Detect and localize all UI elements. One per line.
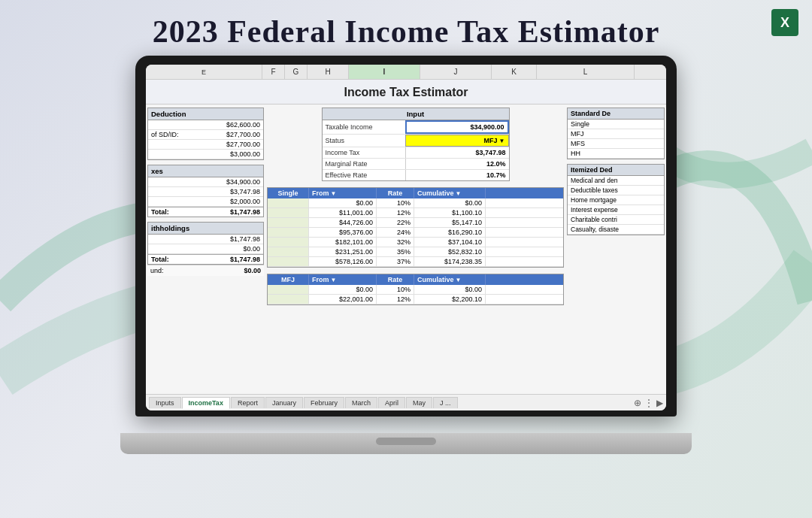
mfj-label: MFJ (268, 274, 309, 285)
tab-scroll-right[interactable]: ▶ (656, 398, 663, 408)
std-single: Single (568, 120, 664, 129)
single-cumulative-header: Cumulative ▼ (414, 188, 486, 198)
tab-report[interactable]: Report (231, 397, 265, 408)
tab-incometax[interactable]: IncomeTax (182, 397, 230, 409)
col-header-k: K (492, 65, 537, 79)
input-row-taxable: Taxable Income $34,900.00 (323, 120, 509, 135)
itemized-row-0: Medical and den (568, 176, 664, 186)
tab-april[interactable]: April (378, 397, 405, 408)
tab-bar: Inputs IncomeTax Report January February… (146, 394, 666, 410)
input-section-wrapper: Input Taxable Income $34,900.00 Status M… (267, 108, 564, 184)
single-from-header: From ▼ (309, 188, 377, 198)
status-value: MFJ (484, 137, 498, 144)
mfj-table-header: MFJ From ▼ Rate Cumulative ▼ (268, 274, 563, 285)
excel-icon: X (771, 9, 798, 36)
itemized-row-4: Charitable contri (568, 215, 664, 225)
mfj-from-header: From ▼ (309, 274, 377, 285)
itemized-row-5: Casualty, disaste (568, 225, 664, 235)
taxes-total-row: Total: $1,747.98 (148, 207, 263, 217)
single-row-4: $182,101.00 32% $37,104.10 (268, 238, 563, 247)
itemized-ded-header: Itemized Ded (568, 165, 664, 176)
mfj-row-0: $0.00 10% $0.00 (268, 285, 563, 295)
content-grid: Deduction $62,600.00 of SD/ID: $27,700.0… (146, 105, 666, 394)
tab-march[interactable]: March (345, 397, 377, 408)
col-header-e: E (146, 65, 262, 79)
dropdown-arrow[interactable]: ▼ (499, 138, 505, 144)
single-row-5: $231,251.00 35% $52,832.10 (268, 247, 563, 257)
filter-icon-mfj-from[interactable]: ▼ (331, 277, 337, 283)
spreadsheet: E F G H I J K L Income Tax Estimator (146, 65, 666, 410)
col-header-f: F (262, 65, 285, 79)
input-row-marginal: Marginal Rate 12.0% (323, 159, 509, 170)
filter-icon-from[interactable]: ▼ (331, 190, 337, 197)
col-headers-row: E F G H I J K L (146, 65, 666, 80)
laptop-base (120, 433, 692, 454)
col-header-h: H (308, 65, 349, 79)
col-header-g: G (285, 65, 308, 79)
left-panel: Deduction $62,600.00 of SD/ID: $27,700.0… (147, 108, 264, 391)
mfj-rate-header: Rate (377, 274, 414, 285)
single-row-0: $0.00 10% $0.00 (268, 198, 563, 208)
laptop-screen: E F G H I J K L Income Tax Estimator (146, 65, 666, 410)
itemized-row-1: Deductible taxes (568, 186, 664, 195)
col-header-l: L (537, 65, 635, 79)
itemized-row-2: Home mortgage (568, 195, 664, 205)
filter-icon-mfj-cumulative[interactable]: ▼ (456, 277, 462, 283)
single-row-6: $578,126.00 37% $174,238.35 (268, 257, 563, 267)
tax-row-2: $2,000.00 (148, 197, 263, 207)
input-row-effective: Effective Rate 10.7% (323, 170, 509, 180)
tax-row-1: $3,747.98 (148, 187, 263, 197)
deduction-box: Deduction $62,600.00 of SD/ID: $27,700.0… (147, 108, 264, 160)
right-panel: Standard De Single MFJ MFS HH Itemized D… (567, 108, 665, 391)
withholding-row-1: $0.00 (148, 244, 263, 254)
laptop-bezel: E F G H I J K L Income Tax Estimator (135, 56, 677, 417)
single-rate-header: Rate (377, 188, 414, 198)
col-header-j: J (420, 65, 492, 79)
std-hh: HH (568, 149, 664, 159)
itemized-row-3: Interest expense (568, 205, 664, 215)
input-row-income-tax: Income Tax $3,747.98 (323, 147, 509, 159)
mfj-rate-table: MFJ From ▼ Rate Cumulative ▼ (267, 274, 564, 305)
tax-row-0: $34,900.00 (148, 177, 263, 187)
fund-row: und: $0.00 (147, 265, 264, 276)
tab-january[interactable]: January (265, 397, 303, 408)
deduction-row-1: of SD/ID: $27,700.00 (148, 130, 263, 140)
withholdings-header: ithholdings (148, 223, 263, 235)
standard-deduction-box: Standard De Single MFJ MFS HH (567, 108, 665, 159)
input-header: Input (323, 108, 509, 120)
filter-icon-cumulative[interactable]: ▼ (456, 190, 462, 197)
tab-j-more[interactable]: J ... (433, 397, 458, 408)
tab-add-button[interactable]: ⊕ (634, 398, 641, 408)
single-rate-table: Single From ▼ Rate Cumulative ▼ (267, 187, 564, 268)
single-row-1: $11,001.00 12% $1,100.10 (268, 208, 563, 218)
tab-more-button[interactable]: ⋮ (644, 398, 653, 408)
col-header-i: I (349, 65, 420, 79)
standard-ded-header: Standard De (568, 108, 664, 120)
sheet-title: Income Tax Estimator (146, 80, 666, 105)
std-mfs: MFS (568, 139, 664, 149)
single-row-2: $44,726.00 22% $5,147.10 (268, 218, 563, 228)
input-section: Input Taxable Income $34,900.00 Status M… (322, 108, 510, 181)
deduction-header: Deduction (148, 108, 263, 120)
single-row-3: $95,376.00 24% $16,290.10 (268, 228, 563, 238)
laptop-container: E F G H I J K L Income Tax Estimator (120, 56, 692, 454)
withholdings-box: ithholdings $1,747.98 $0.00 Total: $1,74… (147, 222, 264, 265)
tab-february[interactable]: February (304, 397, 344, 408)
center-panel: Input Taxable Income $34,900.00 Status M… (267, 108, 564, 391)
deduction-row-2: $27,700.00 (148, 140, 263, 150)
mfj-row-1: $22,001.00 12% $2,200.10 (268, 295, 563, 304)
tab-inputs[interactable]: Inputs (149, 397, 181, 408)
single-table-header: Single From ▼ Rate Cumulative ▼ (268, 188, 563, 198)
single-label: Single (268, 188, 309, 198)
tab-controls: ⊕ ⋮ ▶ (634, 398, 663, 408)
input-row-status: Status MFJ ▼ (323, 135, 509, 147)
page-title: 2023 Federal Income Tax Estimator (153, 14, 660, 50)
deduction-row-3: $3,000.00 (148, 150, 263, 159)
taxes-header: xes (148, 165, 263, 177)
deduction-row-0: $62,600.00 (148, 120, 263, 130)
itemized-deduction-box: Itemized Ded Medical and den Deductible … (567, 164, 665, 235)
tab-may[interactable]: May (406, 397, 432, 408)
mfj-cumulative-header: Cumulative ▼ (414, 274, 486, 285)
withholdings-total-row: Total: $1,747.98 (148, 254, 263, 264)
std-mfj: MFJ (568, 129, 664, 139)
